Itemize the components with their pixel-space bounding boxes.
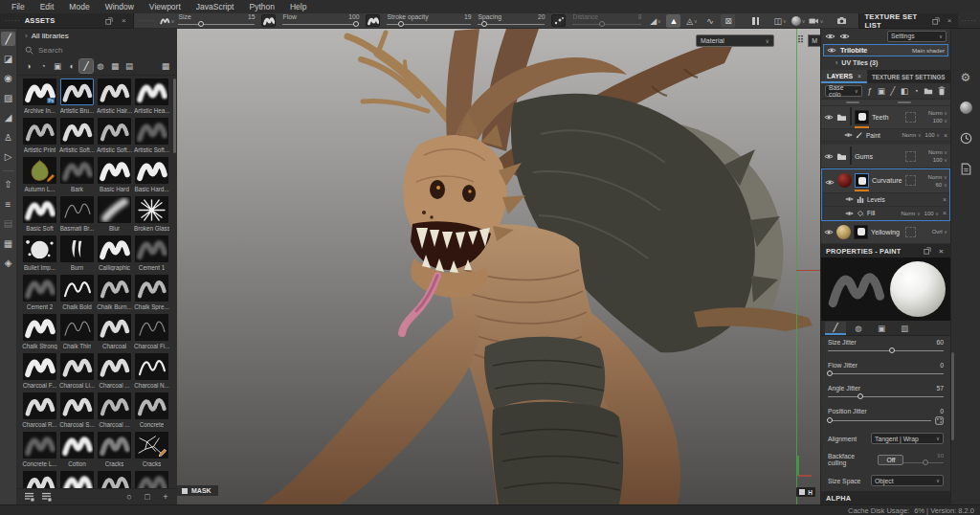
mask-link-box[interactable] — [905, 175, 916, 186]
layer-thumbnail[interactable] — [850, 146, 852, 165]
pause-engine-icon[interactable] — [748, 14, 763, 28]
asset-filter-icon[interactable]: ▦ — [108, 59, 122, 73]
mask-link-box[interactable] — [905, 151, 916, 162]
menu-item[interactable]: JavaScript — [189, 0, 242, 13]
brush-asset[interactable]: Artistic Soft... — [96, 118, 133, 157]
flow-slider[interactable] — [282, 21, 359, 29]
brush-asset[interactable]: Cracks — [96, 432, 133, 471]
brush-asset[interactable]: Concrete L... — [21, 432, 58, 471]
tab-layers[interactable]: LAYERS × — [821, 70, 867, 84]
tool-icon[interactable]: ◈ — [1, 256, 15, 270]
channel-filter-select[interactable]: Base colo ∨ — [825, 85, 862, 97]
menu-item[interactable]: Edit — [33, 0, 62, 13]
tab-material[interactable]: ▥ — [894, 322, 915, 335]
mask-thumbnail[interactable] — [855, 110, 869, 124]
brush-asset[interactable]: Charcoal F... — [21, 353, 58, 392]
menu-item[interactable]: Window — [98, 0, 142, 13]
brush-asset[interactable]: Basic Hard... — [133, 157, 170, 196]
asset-filter-icon[interactable]: ◐ — [65, 59, 78, 73]
detail-list-icon[interactable] — [40, 491, 52, 503]
brush-asset[interactable]: Concrete — [133, 392, 170, 432]
property-slider[interactable]: Angle Jitter 57 — [821, 382, 950, 405]
spacing-control[interactable]: Spacing20 — [478, 13, 545, 29]
tool-icon[interactable]: ♙ — [1, 130, 15, 145]
property-slider[interactable]: Position Jitter 0 — [821, 405, 950, 428]
close-icon[interactable]: × — [120, 16, 128, 25]
eye-icon[interactable] — [824, 114, 834, 121]
tool-icon[interactable]: ▷ — [1, 149, 15, 164]
blend-mode-select[interactable]: Ovrl ∨ — [932, 228, 947, 235]
brush-asset[interactable]: Basic Soft — [21, 196, 58, 235]
tab-brush[interactable]: ╱ — [825, 322, 846, 335]
eye-icon[interactable] — [825, 33, 835, 40]
opacity-select[interactable]: 100 ∨ — [933, 156, 947, 164]
view-split-line[interactable] — [796, 29, 797, 504]
backface-toggle-button[interactable]: Off — [878, 455, 903, 465]
size-space-select[interactable]: Object ∨ — [871, 475, 944, 486]
brush-asset[interactable]: Artistic Soft... — [133, 118, 170, 157]
opacity-select[interactable]: 100 ∨ — [924, 211, 939, 216]
tool-icon[interactable] — [3, 170, 14, 171]
mirror-view-icon[interactable]: ◫∨ — [772, 14, 787, 28]
settings-select[interactable]: Settings ∨ — [887, 31, 947, 42]
layer-row-levels-effect[interactable]: Levels × — [822, 193, 949, 207]
brush-asset[interactable]: Chalk Strong — [21, 314, 58, 353]
remove-effect-icon[interactable]: × — [944, 132, 947, 139]
symmetry-icon[interactable]: ▲ — [666, 14, 680, 28]
mask-link-box[interactable] — [905, 112, 916, 123]
asset-filter-icon[interactable]: ◑ — [22, 59, 35, 73]
add-asset-button[interactable]: + — [160, 491, 171, 503]
brush-asset[interactable]: Charcoal S... — [58, 392, 96, 432]
tool-icon[interactable]: ≡ — [1, 197, 15, 212]
opacity-select[interactable]: 60 ∨ — [936, 181, 947, 189]
new-window-icon[interactable]: □ — [142, 491, 153, 503]
popout-icon[interactable] — [105, 16, 114, 25]
tool-icon[interactable]: ▤ — [1, 216, 15, 231]
tab-stencil[interactable]: ▣ — [871, 322, 892, 335]
brush-asset[interactable] — [133, 471, 170, 488]
remove-effect-icon[interactable]: × — [943, 210, 947, 216]
opacity-select[interactable]: 100 ∨ — [925, 132, 940, 138]
eye-outline-icon[interactable] — [839, 33, 850, 40]
screenshot-icon[interactable] — [835, 14, 849, 28]
brush-asset[interactable]: Bullet Imp... — [21, 235, 58, 275]
brush-asset[interactable]: Cracks — [133, 432, 170, 471]
layer-action-icon[interactable]: ◧ — [901, 85, 908, 97]
brush-asset[interactable] — [21, 471, 58, 488]
history-icon[interactable] — [958, 130, 974, 146]
material-mode-select-2d[interactable]: M — [808, 34, 820, 47]
grid-view-icon[interactable]: ▦ — [159, 59, 172, 73]
brush-asset[interactable]: Chalk Spre... — [133, 275, 170, 314]
brush-asset[interactable]: Autumn L... — [21, 157, 58, 196]
brush-asset[interactable]: Burn — [58, 235, 96, 275]
brush-asset[interactable]: Bark — [58, 157, 96, 196]
layer-action-icon[interactable]: ◔ — [912, 85, 920, 97]
brush-asset[interactable]: Charcoal R... — [21, 392, 58, 432]
alpha-section-header[interactable]: ALPHA — [821, 491, 950, 504]
close-icon[interactable]: × — [937, 247, 946, 256]
blend-mode-select[interactable]: Norm ∨ — [928, 173, 947, 181]
material-mode-select[interactable]: Material ∨ — [696, 34, 774, 47]
spacing-slider[interactable] — [478, 21, 545, 29]
brush-asset[interactable]: Charcoal ... — [96, 392, 133, 432]
brush-asset[interactable]: Artistic Bru... — [58, 78, 96, 118]
library-selector[interactable]: › All libraries — [17, 29, 177, 43]
mask-thumbnail[interactable] — [855, 173, 869, 188]
dock-drag-handle[interactable]: ····· — [961, 18, 977, 24]
menu-item[interactable]: Help — [282, 0, 314, 13]
brush-asset[interactable]: Basic Hard — [96, 157, 133, 196]
brush-asset[interactable]: Artistic Print — [21, 118, 58, 157]
toolbar-drag-handle[interactable]: ····· — [140, 18, 156, 24]
stroke-opacity-control[interactable]: Stroke opacity19 — [387, 13, 471, 29]
brush-asset[interactable]: Basmati Br... — [58, 196, 96, 235]
property-slider[interactable]: Flow Jitter 0 — [821, 359, 950, 382]
brush-asset[interactable]: Calligraphic — [96, 235, 133, 275]
fill-thumbnail[interactable] — [837, 173, 852, 188]
assets-scrollbar[interactable] — [173, 78, 176, 153]
tool-icon[interactable]: ╱ — [1, 32, 15, 46]
tool-icon[interactable]: ▦ — [1, 236, 15, 251]
tab-texture-set-settings[interactable]: TEXTURE SET SETTINGS — [867, 70, 950, 84]
tool-icon[interactable]: ◢ — [1, 110, 15, 124]
layer-row-curvature[interactable]: Curvature Norm ∨ 60 ∨ — [822, 169, 949, 193]
3d-viewport[interactable]: Material ∨ ⠿ M H MASK — [177, 29, 820, 504]
